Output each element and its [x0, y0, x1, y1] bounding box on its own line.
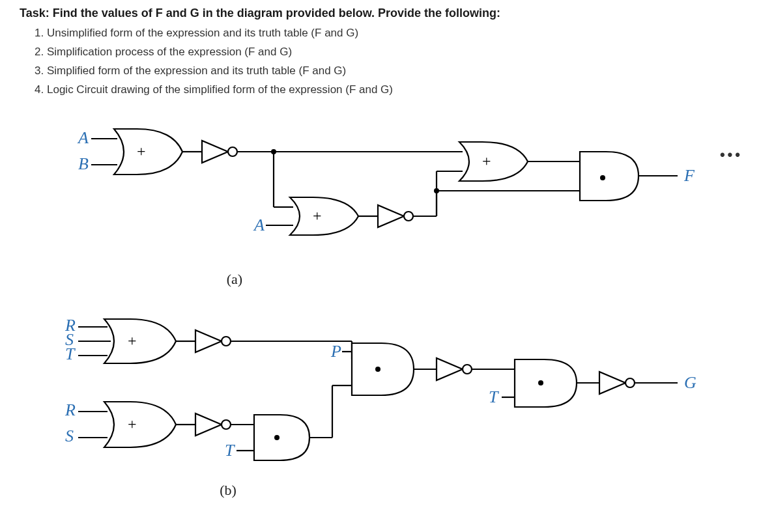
and-dot-icon [600, 175, 605, 180]
svg-point-37 [375, 367, 380, 372]
label-P: P [330, 342, 341, 361]
label-T-mid: T [489, 387, 499, 406]
diagram-b: R S T + R S + [46, 307, 723, 499]
svg-point-39 [463, 365, 472, 374]
svg-point-42 [538, 380, 543, 385]
caption-b: (b) [0, 482, 567, 499]
label-R2: R [65, 400, 76, 419]
diagram-a: A B + A + [46, 116, 710, 288]
label-A-mid: A [253, 216, 265, 234]
op-plus: + [137, 143, 146, 160]
svg-point-6 [271, 149, 276, 154]
overflow-menu-icon[interactable]: ••• [720, 147, 743, 163]
svg-point-44 [625, 378, 635, 387]
label-T2: T [225, 441, 235, 460]
svg-point-23 [222, 337, 231, 346]
task-title: Task: Find the values of F and G in the … [20, 7, 741, 20]
svg-point-10 [404, 212, 413, 221]
op-plus: + [128, 332, 137, 349]
task-list: Unsimplified form of the expression and … [47, 24, 741, 100]
list-item: Simplification process of the expression… [47, 43, 741, 62]
svg-point-3 [228, 147, 237, 156]
caption-a: (a) [0, 271, 567, 288]
op-plus: + [482, 152, 491, 169]
label-F: F [683, 166, 695, 185]
label-T1: T [65, 344, 76, 363]
label-G: G [684, 373, 696, 392]
list-item: Simplified form of the expression and it… [47, 62, 741, 81]
op-plus: + [128, 415, 137, 432]
list-item: Logic Circuit drawing of the simplified … [47, 81, 741, 100]
label-B: B [78, 154, 89, 173]
label-A: A [77, 128, 89, 147]
svg-point-29 [222, 420, 231, 429]
op-plus: + [313, 207, 322, 224]
list-item: Unsimplified form of the expression and … [47, 24, 741, 43]
svg-point-32 [274, 435, 280, 440]
label-S2: S [65, 427, 74, 445]
svg-point-16 [434, 188, 439, 193]
